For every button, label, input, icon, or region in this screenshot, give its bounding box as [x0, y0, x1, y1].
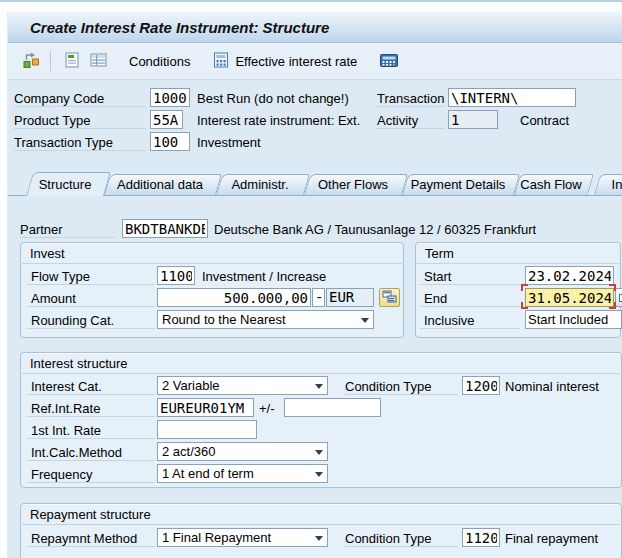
tab-administr-label: Administr.: [231, 177, 288, 192]
interest-condition-type-input[interactable]: [462, 376, 500, 395]
term-end-label: End: [424, 291, 447, 306]
transaction-input[interactable]: [448, 88, 576, 107]
repayment-condition-type-label: Condition Type: [345, 531, 432, 546]
frequency-label: Frequency: [31, 467, 92, 482]
amount-calculator-button[interactable]: [379, 288, 400, 307]
term-start-input[interactable]: [525, 266, 614, 285]
detail-icon: [63, 51, 81, 72]
tab-interest-label: In: [612, 177, 622, 192]
ref-int-rate-label: Ref.Int.Rate: [31, 401, 100, 416]
detail-button[interactable]: [59, 48, 85, 75]
jump-icon: [22, 51, 40, 72]
interest-structure-groupbox: Interest structure Interest Cat. 2 Varia…: [20, 352, 622, 488]
activity-description: Contract: [520, 113, 569, 128]
repayment-structure-title: Repayment structure: [30, 507, 151, 522]
page-title: Create Interest Rate Instrument: Structu…: [8, 19, 329, 36]
row-underline: [27, 328, 155, 329]
invest-groupbox-title: Invest: [30, 246, 65, 261]
interest-cat-dropdown[interactable]: 2 Variable: [157, 376, 328, 395]
term-start-label: Start: [424, 269, 451, 284]
company-code-description: Best Run (do not change!): [197, 91, 349, 106]
tab-interest-clipped[interactable]: In: [594, 174, 622, 195]
int-calc-method-dropdown[interactable]: 2 act/360: [157, 442, 328, 461]
tab-cash-flow[interactable]: Cash Flow: [514, 174, 588, 195]
row-underline: [345, 546, 458, 547]
amount-sign-field[interactable]: -: [312, 288, 325, 307]
tab-administr[interactable]: Administr.: [216, 174, 304, 195]
interest-condition-type-description: Nominal interest: [505, 379, 599, 394]
effective-interest-rate-label: Effective interest rate: [235, 54, 357, 69]
amount-input[interactable]: [157, 288, 311, 307]
ref-int-rate-input[interactable]: [157, 398, 254, 417]
row-underline: [20, 237, 115, 238]
jump-button[interactable]: [18, 48, 44, 75]
interest-structure-title: Interest structure: [30, 356, 128, 371]
conditions-button-label: Conditions: [129, 54, 190, 69]
rounding-cat-label: Rounding Cat.: [31, 313, 114, 328]
tab-structure-label: Structure: [39, 177, 92, 192]
row-underline: [377, 128, 445, 129]
application-toolbar: Conditions Effective interest rate: [8, 43, 622, 80]
tab-payment-details-label: Payment Details: [411, 177, 506, 192]
company-code-input[interactable]: [150, 88, 190, 107]
row-underline: [27, 306, 155, 307]
int-calc-method-label: Int.Calc.Method: [31, 445, 122, 460]
repayment-method-label: Repaymnt Method: [31, 531, 137, 546]
row-underline: [27, 416, 155, 417]
interest-cat-label: Interest Cat.: [31, 379, 102, 394]
flow-type-label: Flow Type: [31, 269, 90, 284]
frequency-dropdown[interactable]: 1 At end of term: [157, 464, 328, 483]
partner-input[interactable]: [122, 219, 208, 238]
activity-label: Activity: [377, 113, 418, 128]
row-underline: [345, 394, 458, 395]
groupbox-header-line: [22, 524, 620, 525]
repayment-structure-groupbox: Repayment structure Repaymnt Method 1 Fi…: [20, 503, 622, 558]
overview-icon: [89, 51, 109, 72]
tab-structure[interactable]: Structure: [26, 172, 104, 196]
product-type-input[interactable]: [150, 110, 183, 129]
partner-label: Partner: [20, 222, 63, 237]
currency-field[interactable]: EUR: [326, 288, 374, 307]
row-underline: [27, 438, 155, 439]
row-underline: [27, 394, 155, 395]
row-underline: [377, 106, 445, 107]
flow-type-description: Investment / Increase: [202, 269, 326, 284]
cash-flow-calculator-button[interactable]: [375, 48, 403, 75]
spread-input[interactable]: [284, 398, 381, 417]
repayment-condition-type-description: Final repayment: [505, 531, 598, 546]
groupbox-header-line: [22, 263, 402, 264]
term-inclusive-field[interactable]: Start Included: [525, 310, 622, 329]
row-underline: [14, 106, 146, 107]
flow-type-input[interactable]: [157, 266, 195, 285]
rounding-cat-dropdown[interactable]: Round to the Nearest: [157, 310, 374, 329]
transaction-type-label: Transaction Type: [14, 135, 113, 150]
calculator-grid-icon: [382, 290, 397, 306]
row-underline: [14, 150, 146, 151]
toolbar-separator: [50, 51, 51, 71]
term-end-input[interactable]: [525, 288, 614, 307]
conditions-button[interactable]: Conditions: [125, 51, 194, 72]
term-groupbox: Term Start End Inclusive Start Included: [415, 242, 621, 338]
row-underline: [27, 284, 155, 285]
tab-other-flows[interactable]: Other Flows: [304, 174, 402, 195]
activity-input[interactable]: [448, 110, 498, 129]
interest-condition-type-label: Condition Type: [345, 379, 432, 394]
product-type-description: Interest rate instrument: Ext.: [197, 113, 360, 128]
overview-button[interactable]: [85, 48, 113, 75]
effective-interest-rate-button[interactable]: Effective interest rate: [208, 48, 361, 75]
top-strip: [0, 2, 622, 12]
repayment-method-dropdown[interactable]: 1 Final Repayment: [157, 528, 328, 547]
repayment-condition-type-input[interactable]: [462, 528, 500, 547]
first-int-rate-input[interactable]: [157, 420, 257, 439]
copy-squares-icon: [618, 290, 622, 306]
tab-payment-details[interactable]: Payment Details: [402, 174, 514, 195]
groupbox-header-line: [417, 263, 619, 264]
term-groupbox-title: Term: [425, 246, 454, 261]
transaction-type-description: Investment: [197, 135, 261, 150]
end-date-matchcode-button[interactable]: [615, 288, 622, 307]
first-int-rate-label: 1st Int. Rate: [31, 423, 101, 438]
product-type-label: Product Type: [14, 113, 90, 128]
transaction-type-input[interactable]: [150, 132, 190, 151]
partner-description: Deutsche Bank AG / Taunusanlage 12 / 603…: [214, 222, 536, 237]
tab-additional-data[interactable]: Additional data: [104, 174, 216, 195]
